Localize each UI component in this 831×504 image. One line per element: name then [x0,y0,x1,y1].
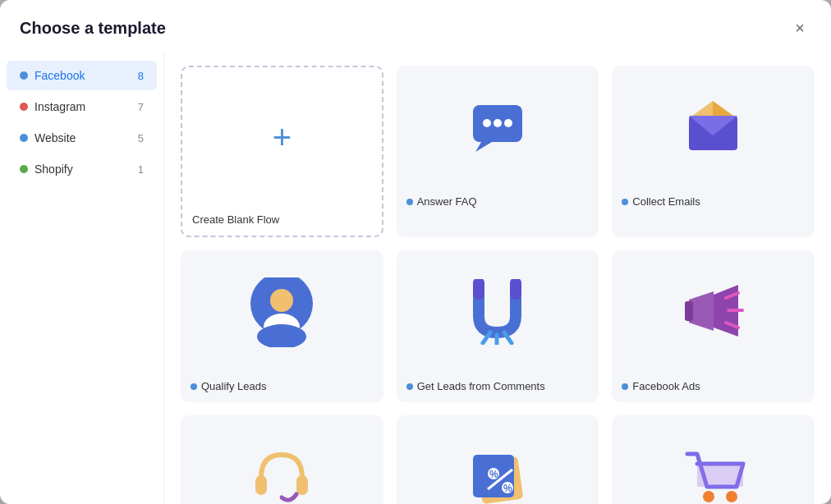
plus-icon: + [273,121,292,153]
template-card-comments[interactable]: Get Leads from Comments [397,250,599,402]
template-card-faq[interactable]: Answer FAQ [397,66,599,237]
sidebar-item-facebook[interactable]: Facebook 8 [7,61,157,90]
template-card-support[interactable] [181,415,383,504]
sidebar-item-left: Instagram [20,100,85,113]
modal-body: Facebook 8 Instagram 7 Website 5 Shopify… [0,53,831,504]
template-label-leads: Qualify Leads [181,373,383,402]
template-card-emails[interactable]: Collect Emails [612,66,815,237]
template-icon-leads [181,250,383,373]
sidebar-count-shopify: 1 [138,163,144,176]
template-icon-blank: + [182,67,382,207]
svg-point-34 [703,491,714,502]
sidebar-count-instagram: 7 [138,101,144,113]
label-dot-emails [622,199,628,205]
svg-point-10 [270,289,293,312]
template-icon-discount: % % [397,415,599,504]
svg-text:%: % [503,483,512,494]
svg-marker-4 [475,142,492,152]
discount-icon: % % [465,447,530,505]
sidebar-count-website: 5 [138,132,144,144]
megaphone-icon [681,283,746,341]
svg-rect-25 [296,475,308,495]
svg-rect-36 [697,464,743,487]
cart-icon [681,447,746,504]
sidebar-label-shopify: Shopify [34,163,73,176]
sidebar-item-shopify[interactable]: Shopify 1 [7,154,157,184]
template-card-leads[interactable]: Qualify Leads [181,250,383,402]
template-label-blank: Create Blank Flow [182,207,382,236]
dot-website [20,134,28,142]
template-icon-support [181,415,383,504]
dot-instagram [20,103,28,111]
sidebar-label-website: Website [34,131,76,144]
sidebar-item-left: Website [20,131,76,144]
label-dot-faq [406,199,413,205]
modal: Choose a template × Facebook 8 Instagram… [0,0,831,504]
content-area: +Create Blank Flow Answer FAQ Collect Em… [164,53,831,504]
person-icon [249,277,314,347]
sidebar-count-facebook: 8 [138,70,144,82]
sidebar-label-instagram: Instagram [34,100,85,113]
template-icon-faq [397,66,599,189]
svg-marker-8 [713,101,733,116]
svg-rect-24 [255,475,267,495]
sidebar-item-left: Facebook [20,69,85,82]
templates-grid: +Create Blank Flow Answer FAQ Collect Em… [181,66,815,504]
label-dot-comments [406,383,413,390]
close-button[interactable]: × [788,16,811,39]
template-card-blank[interactable]: +Create Blank Flow [181,66,383,237]
template-label-emails: Collect Emails [612,189,815,218]
magnet-icon [466,279,528,345]
svg-point-3 [504,119,512,127]
template-label-faq: Answer FAQ [397,189,599,218]
template-icon-fbads [612,250,815,373]
template-label-fbads: Facebook Ads [612,373,815,402]
sidebar: Facebook 8 Instagram 7 Website 5 Shopify… [0,53,164,504]
sidebar-item-website[interactable]: Website 5 [7,123,157,153]
svg-text:%: % [489,469,498,480]
modal-title: Choose a template [20,19,166,38]
chat-icon [469,101,526,154]
svg-point-35 [726,491,737,502]
svg-rect-19 [685,301,693,321]
label-dot-leads [191,383,197,390]
template-icon-comments [397,250,599,373]
sidebar-item-instagram[interactable]: Instagram 7 [7,92,157,121]
template-icon-cart [612,415,815,504]
label-dot-fbads [622,383,628,390]
template-card-cart[interactable] [612,415,815,504]
sidebar-label-facebook: Facebook [34,69,85,82]
dot-shopify [20,165,28,173]
dot-facebook [20,71,28,80]
template-label-comments: Get Leads from Comments [397,373,599,402]
email-icon [682,101,744,154]
svg-point-2 [494,119,502,127]
template-card-fbads[interactable]: Facebook Ads [612,250,815,402]
modal-header: Choose a template × [0,0,831,53]
headset-icon [249,447,314,505]
template-card-discount[interactable]: % % [397,415,599,504]
svg-point-1 [483,119,491,127]
template-icon-emails [612,66,815,189]
sidebar-item-left: Shopify [20,163,73,176]
